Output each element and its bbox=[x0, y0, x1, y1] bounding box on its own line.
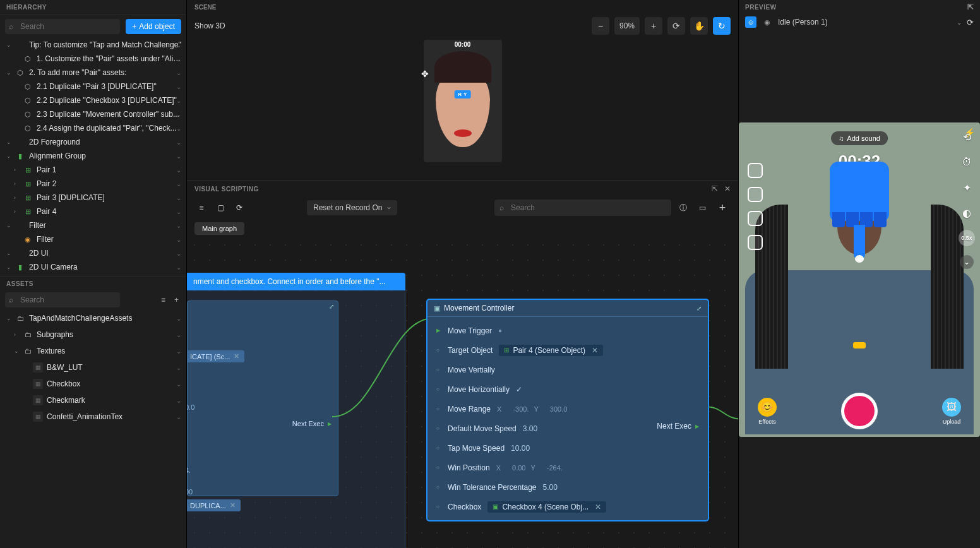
zoom-level[interactable]: 90% bbox=[614, 17, 640, 35]
object-chip[interactable]: ⊞Pair 4 (Scene Object)✕ bbox=[499, 345, 603, 356]
visibility-icon[interactable]: ⌄ bbox=[176, 348, 181, 355]
camera-mode-icon[interactable]: ◉ bbox=[762, 16, 773, 28]
zoom-out-button[interactable]: − bbox=[592, 17, 609, 35]
zoom-in-button[interactable]: + bbox=[645, 17, 662, 35]
visibility-icon[interactable]: ⌄ bbox=[176, 222, 181, 229]
tree-item[interactable]: ⬡1. Customize the "Pair" assets under "A… bbox=[0, 52, 186, 66]
tree-item[interactable]: ⌄⬡2. To add more "Pair" assets:⌄ bbox=[0, 66, 186, 80]
visibility-icon[interactable]: ⌄ bbox=[176, 56, 181, 63]
next-exec-output[interactable]: Next Exec ▶ bbox=[292, 420, 332, 427]
tree-item[interactable]: ›⊞Pair 4⌄ bbox=[0, 205, 186, 218]
data-port-icon[interactable]: ○ bbox=[436, 445, 443, 451]
checkbox-slot[interactable] bbox=[748, 163, 763, 178]
filters-icon[interactable]: ◐ bbox=[959, 205, 975, 221]
tree-item[interactable]: ⌄▮2D UI Camera⌄ bbox=[0, 260, 186, 274]
popout-icon[interactable]: ⇱ bbox=[712, 184, 718, 193]
visibility-icon[interactable]: ⌄ bbox=[176, 125, 181, 132]
chevron-icon[interactable]: ⌄ bbox=[6, 139, 14, 145]
data-port-icon[interactable]: ○ bbox=[436, 406, 443, 412]
tree-item[interactable]: ›⊞Pair 1⌄ bbox=[0, 163, 186, 177]
node-chip[interactable]: ICATE] (Sc... ✕ bbox=[187, 350, 244, 362]
data-port-icon[interactable]: ○ bbox=[436, 367, 443, 372]
tree-item[interactable]: ⬡2.4 Assign the duplicated "Pair", "Chec… bbox=[0, 121, 186, 135]
data-port-icon[interactable]: ○ bbox=[436, 465, 443, 470]
tree-item[interactable]: ⌄Filter⌄ bbox=[0, 218, 186, 232]
visibility-icon[interactable]: ⌄ bbox=[176, 236, 181, 243]
comment-header[interactable]: nment and checkbox. Connect in order and… bbox=[187, 273, 405, 290]
chevron-icon[interactable]: › bbox=[14, 331, 21, 338]
remove-icon[interactable]: ✕ bbox=[234, 352, 239, 360]
exec-port-icon[interactable]: ▶ bbox=[436, 328, 443, 333]
chevron-icon[interactable]: › bbox=[14, 181, 21, 187]
movement-controller-node[interactable]: ▣ Movement Controller ⤢ ▶Move Trigger● ○… bbox=[427, 299, 708, 521]
visibility-icon[interactable]: ⌄ bbox=[176, 42, 181, 49]
visibility-icon[interactable]: ⌄ bbox=[176, 97, 181, 104]
visibility-icon[interactable]: ⌄ bbox=[176, 315, 181, 322]
chevron-icon[interactable]: › bbox=[14, 208, 21, 215]
assets-search-input[interactable] bbox=[5, 292, 120, 307]
remove-icon[interactable]: ✕ bbox=[595, 503, 601, 511]
timer-icon[interactable]: ⏱ bbox=[959, 154, 975, 170]
visibility-icon[interactable]: ⌄ bbox=[176, 83, 181, 90]
hierarchy-search-input[interactable] bbox=[5, 19, 120, 34]
assets-add-button[interactable]: + bbox=[172, 294, 181, 306]
rotate-button[interactable]: ↻ bbox=[713, 17, 731, 35]
tree-item[interactable]: ⌄2D UI⌄ bbox=[0, 246, 186, 260]
data-port-icon[interactable]: ○ bbox=[436, 426, 443, 431]
next-exec-output[interactable]: Next Exec▶ bbox=[657, 422, 699, 431]
chevron-down-icon[interactable]: ⌄ bbox=[957, 19, 962, 26]
tree-item[interactable]: ⌄Tip: To customize "Tap and Match Challe… bbox=[0, 38, 186, 52]
chevron-icon[interactable]: ⌄ bbox=[6, 222, 14, 229]
visibility-icon[interactable]: ⌄ bbox=[176, 181, 181, 188]
visibility-icon[interactable]: ⌄ bbox=[176, 69, 181, 76]
visibility-icon[interactable]: ⌄ bbox=[176, 414, 181, 420]
chevron-icon[interactable]: ⌄ bbox=[6, 250, 14, 256]
chevron-icon[interactable]: › bbox=[14, 167, 21, 173]
visibility-icon[interactable]: ⌄ bbox=[176, 250, 181, 257]
visibility-icon[interactable]: ⌄ bbox=[176, 167, 181, 174]
checkbox-slot[interactable] bbox=[748, 211, 763, 226]
chevron-icon[interactable]: ⌄ bbox=[6, 315, 14, 321]
show-3d-toggle[interactable]: Show 3D bbox=[194, 21, 225, 30]
tree-item[interactable]: ⬡2.1 Duplicate "Pair 3 [DUPLICATE]"⌄ bbox=[0, 80, 186, 93]
subgraph-node[interactable]: ⤢ ICATE] (Sc... ✕ 0.0 Next Exec ▶ 4. 00 … bbox=[187, 301, 338, 496]
data-port-icon[interactable]: ○ bbox=[436, 484, 443, 490]
data-port-icon[interactable]: ○ bbox=[436, 386, 443, 392]
checkmark-icon[interactable]: ✓ bbox=[516, 385, 522, 394]
refresh-icon[interactable]: ⟳ bbox=[967, 18, 974, 27]
preview-mode[interactable]: Idle (Person 1) bbox=[778, 18, 952, 27]
add-object-button[interactable]: + Add object bbox=[126, 19, 181, 34]
tree-item[interactable]: ›⊞Pair 3 [DUPLICATE]⌄ bbox=[0, 191, 186, 205]
tree-item[interactable]: ⌄⊞Checkbox Group⌄ bbox=[0, 274, 186, 276]
visibility-icon[interactable]: ⌄ bbox=[176, 397, 181, 404]
more-icon[interactable]: ⌄ bbox=[960, 255, 974, 269]
expand-icon[interactable]: ⤢ bbox=[696, 305, 702, 312]
node-graph-canvas[interactable]: nment and checkbox. Connect in order and… bbox=[187, 237, 738, 548]
tree-item[interactable]: ›⊞Pair 2⌄ bbox=[0, 177, 186, 191]
chevron-icon[interactable]: ⌄ bbox=[14, 348, 21, 354]
chevron-icon[interactable]: › bbox=[14, 194, 21, 201]
tree-item[interactable]: ⌄🗀Textures⌄ bbox=[0, 343, 186, 359]
visibility-icon[interactable]: ⌄ bbox=[176, 208, 181, 215]
chevron-icon[interactable]: ⌄ bbox=[6, 69, 14, 76]
visibility-icon[interactable]: ⌄ bbox=[176, 264, 181, 271]
popout-icon[interactable]: ⇱ bbox=[967, 3, 974, 11]
tree-item[interactable]: ◉Filter⌄ bbox=[0, 232, 186, 246]
object-chip[interactable]: ▣Checkbox 4 (Scene Obj...✕ bbox=[487, 501, 606, 513]
data-port-icon[interactable]: ○ bbox=[436, 347, 443, 353]
tree-item[interactable]: ⌄▮Alignment Group⌄ bbox=[0, 149, 186, 163]
pan-button[interactable]: ✋ bbox=[690, 17, 708, 35]
add-sound-button[interactable]: ♫ Add sound bbox=[831, 131, 888, 145]
upload-button[interactable]: 🖼 Upload bbox=[942, 398, 961, 425]
frame-icon[interactable]: ▢ bbox=[213, 203, 227, 212]
visibility-icon[interactable]: ⌄ bbox=[176, 139, 181, 146]
data-port-icon[interactable]: ○ bbox=[436, 504, 443, 509]
tree-item[interactable]: ⬡2.2 Duplicate "Checkbox 3 [DUPLICATE]"⌄ bbox=[0, 93, 186, 107]
visibility-icon[interactable]: ⌄ bbox=[176, 194, 181, 201]
face-mode-icon[interactable]: ☺ bbox=[745, 16, 756, 28]
visibility-icon[interactable]: ⌄ bbox=[176, 111, 181, 118]
tree-item[interactable]: ⬡2.3 Duplicate "Movement Controller" sub… bbox=[0, 107, 186, 121]
remove-icon[interactable]: ✕ bbox=[230, 501, 236, 509]
speed-icon[interactable]: 0.5x bbox=[959, 230, 975, 246]
scene-viewport[interactable]: 00:00 ✥ R Y bbox=[187, 39, 738, 180]
